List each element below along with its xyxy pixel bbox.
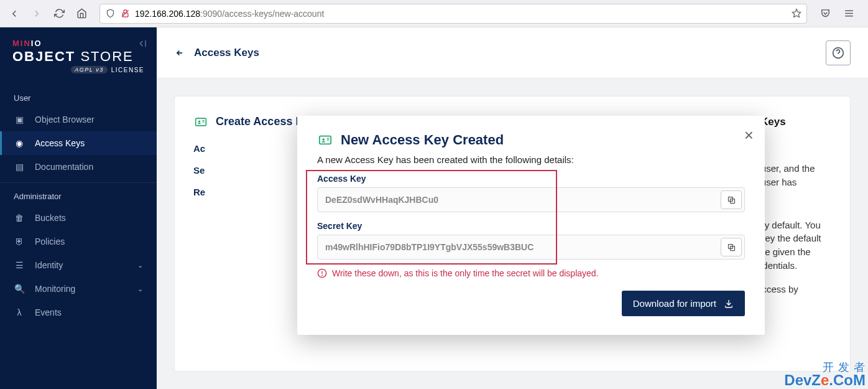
url-text: 192.168.206.128:9090/access-keys/new-acc…: [135, 9, 787, 19]
sidebar-item-policies[interactable]: ⛨Policies: [0, 230, 157, 253]
logo: MINIO OBJECT STORE AGPL v3LICENSE: [0, 27, 157, 81]
back-arrow-icon: [174, 49, 185, 57]
svg-point-10: [198, 120, 200, 122]
id-card-icon: [317, 133, 333, 147]
alert-circle-icon: [317, 268, 327, 278]
pocket-icon[interactable]: [816, 4, 834, 23]
sidebar-item-documentation[interactable]: ▤Documentation: [0, 155, 157, 179]
id-card-icon: [193, 116, 208, 128]
hamburger-menu-icon[interactable]: [839, 4, 858, 23]
warning-row: Write these down, as this is the only ti…: [317, 268, 745, 278]
monitoring-icon: 🔍: [14, 284, 25, 294]
bookmark-star-icon[interactable]: [792, 9, 801, 19]
sidebar-item-object-browser[interactable]: ▣Object Browser: [0, 108, 157, 131]
url-bar[interactable]: 192.168.206.128:9090/access-keys/new-acc…: [99, 4, 807, 24]
chevron-down-icon: ⌄: [137, 285, 143, 293]
sidebar-section-user: User: [0, 85, 157, 108]
modal-title: New Access Key Created: [317, 132, 745, 148]
events-icon: λ: [14, 307, 25, 317]
secret-key-value[interactable]: m49wRlhHIFio79D8bTP1I9YTgbVJX55s59wB3BUC: [318, 236, 718, 258]
sidebar-item-monitoring[interactable]: 🔍Monitoring⌄: [0, 277, 157, 301]
access-key-label: Access Key: [317, 174, 745, 184]
sidebar-item-access-keys[interactable]: ◉Access Keys: [0, 131, 157, 155]
sidebar: MINIO OBJECT STORE AGPL v3LICENSE User ▣…: [0, 27, 157, 389]
close-icon: ×: [744, 126, 754, 144]
bucket-icon: 🗑: [14, 213, 25, 223]
copy-icon: [727, 195, 736, 205]
download-for-import-button[interactable]: Download for import: [622, 291, 745, 316]
content: Access Keys Create Access Key Ac Se Re: [157, 27, 868, 389]
policy-icon: ⛨: [14, 237, 25, 246]
browser-icon: ▣: [14, 115, 25, 124]
svg-point-25: [322, 275, 323, 276]
topbar: Access Keys: [157, 27, 868, 78]
collapse-sidebar-icon[interactable]: [138, 39, 148, 49]
breadcrumb[interactable]: Access Keys: [174, 47, 259, 59]
shield-icon: [105, 9, 115, 19]
close-button[interactable]: ×: [744, 126, 754, 145]
browser-toolbar: 192.168.206.128:9090/access-keys/new-acc…: [0, 0, 868, 27]
access-key-value[interactable]: DeEZ0sdWvHHaqKJHBCu0: [318, 189, 718, 211]
svg-rect-9: [196, 118, 206, 126]
identity-icon: ☰: [14, 260, 25, 270]
forward-button[interactable]: [27, 4, 46, 23]
insecure-lock-icon: [120, 9, 130, 19]
sidebar-item-identity[interactable]: ☰Identity⌄: [0, 253, 157, 277]
copy-access-key-button[interactable]: [721, 190, 742, 209]
modal-subtitle: A new Access Key has been created with t…: [317, 154, 745, 165]
modal-new-access-key: × New Access Key Created A new Access Ke…: [297, 116, 765, 335]
svg-rect-15: [320, 136, 331, 144]
back-button[interactable]: [5, 4, 24, 23]
access-key-field: Access Key DeEZ0sdWvHHaqKJHBCu0: [317, 174, 745, 212]
copy-secret-key-button[interactable]: [721, 238, 742, 256]
download-icon: [724, 299, 734, 309]
sidebar-section-admin: Administrator: [0, 182, 157, 206]
key-icon: ◉: [14, 138, 25, 148]
chevron-down-icon: ⌄: [137, 261, 143, 269]
doc-icon: ▤: [14, 162, 25, 172]
help-button[interactable]: [826, 40, 851, 65]
sidebar-item-buckets[interactable]: 🗑Buckets: [0, 206, 157, 230]
page-title: Access Keys: [194, 47, 259, 59]
secret-key-label: Secret Key: [317, 221, 745, 231]
reload-button[interactable]: [50, 4, 68, 23]
copy-icon: [727, 243, 736, 252]
secret-key-field: Secret Key m49wRlhHIFio79D8bTP1I9YTgbVJX…: [317, 221, 745, 260]
home-button[interactable]: [72, 4, 91, 23]
sidebar-item-events[interactable]: λEvents: [0, 301, 157, 324]
svg-point-16: [322, 138, 325, 141]
svg-marker-2: [792, 9, 800, 17]
